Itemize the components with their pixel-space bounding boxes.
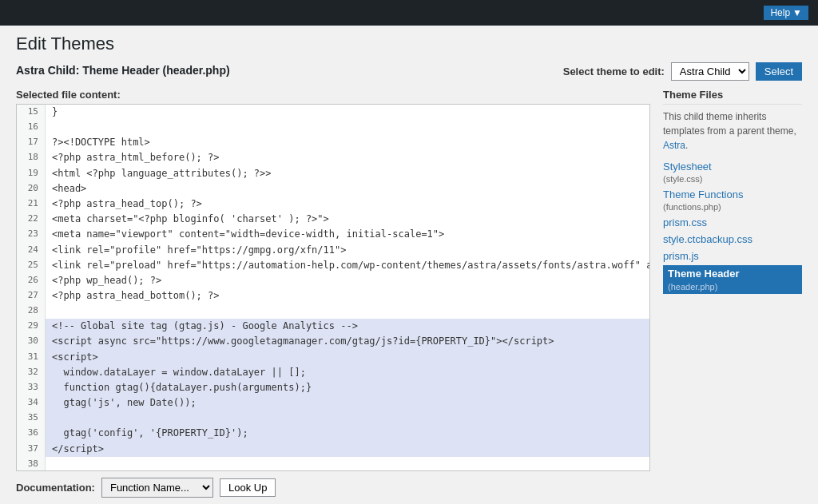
line-number: 24: [17, 243, 46, 258]
sidebar: Theme Files This child theme inherits te…: [650, 89, 802, 504]
admin-bar: Help ▼: [0, 0, 818, 26]
code-line: 22<meta charset="<?php bloginfo( 'charse…: [17, 212, 649, 227]
line-content: gtag('config', '{PROPERTY_ID}');: [46, 426, 649, 441]
sidebar-file-link[interactable]: prism.css: [663, 215, 802, 230]
line-content: <?php astra_html_before(); ?>: [46, 150, 649, 165]
theme-select[interactable]: Astra Child Astra: [671, 62, 749, 81]
line-content: [46, 120, 649, 135]
line-number: 26: [17, 273, 46, 288]
lookup-button[interactable]: Look Up: [220, 478, 276, 497]
sidebar-title: Theme Files: [663, 89, 802, 105]
line-number: 19: [17, 166, 46, 181]
line-number: 35: [17, 411, 46, 426]
line-number: 28: [17, 304, 46, 319]
sidebar-file-item: prism.css: [663, 215, 802, 230]
line-content: <meta name="viewport" content="width=dev…: [46, 227, 649, 242]
line-number: 22: [17, 212, 46, 227]
main-layout: Selected file content: 15}1617?><!DOCTYP…: [16, 89, 802, 504]
line-number: 25: [17, 258, 46, 273]
line-content: function gtag(){dataLayer.push(arguments…: [46, 380, 649, 395]
code-editor[interactable]: 15}1617?><!DOCTYPE html>18<?php astra_ht…: [16, 104, 650, 471]
line-content: [46, 457, 649, 471]
code-line: 18<?php astra_html_before(); ?>: [17, 150, 649, 165]
line-number: 21: [17, 196, 46, 212]
selected-file-label: Selected file content:: [16, 89, 650, 101]
select-theme-row: Select theme to edit: Astra Child Astra …: [563, 62, 802, 81]
line-content: gtag('js', new Date());: [46, 395, 649, 411]
line-content: <!-- Global site tag (gtag.js) - Google …: [46, 319, 649, 334]
select-theme-button[interactable]: Select: [756, 62, 802, 81]
doc-label: Documentation:: [16, 482, 95, 494]
code-line: 38: [17, 457, 649, 471]
line-content: <link rel="preload" href="https://automa…: [46, 258, 650, 273]
code-line: 28: [17, 304, 649, 319]
help-label: Help: [770, 7, 790, 18]
main-wrap: Edit Themes Astra Child: Theme Header (h…: [0, 26, 818, 504]
line-number: 33: [17, 380, 46, 395]
line-content: [46, 304, 649, 319]
sidebar-files: Stylesheet(style.css)Theme Functions(fun…: [663, 159, 802, 294]
code-line: 27<?php astra_head_bottom(); ?>: [17, 288, 649, 304]
page-title: Edit Themes: [16, 34, 802, 54]
line-number: 29: [17, 319, 46, 334]
sidebar-file-item: Stylesheet(style.css): [663, 159, 802, 184]
code-line: 25<link rel="preload" href="https://auto…: [17, 258, 649, 273]
sidebar-file-item: Theme Header(header.php): [663, 265, 802, 294]
line-number: 27: [17, 288, 46, 304]
code-line: 17?><!DOCTYPE html>: [17, 135, 649, 150]
code-line: 30<script async src="https://www.googlet…: [17, 334, 649, 349]
line-number: 36: [17, 426, 46, 441]
line-content: [46, 411, 649, 426]
line-number: 20: [17, 181, 46, 196]
code-line: 20<head>: [17, 181, 649, 196]
line-number: 23: [17, 227, 46, 242]
code-line: 32 window.dataLayer = window.dataLayer |…: [17, 365, 649, 380]
line-content: <meta charset="<?php bloginfo( 'charset'…: [46, 212, 649, 227]
line-content: }: [46, 105, 649, 120]
line-content: <script async src="https://www.googletag…: [46, 334, 649, 349]
line-number: 30: [17, 334, 46, 349]
sidebar-active-file-sub: (header.php): [663, 282, 802, 294]
sidebar-file-link[interactable]: prism.js: [663, 248, 802, 264]
line-content: <?php astra_head_top(); ?>: [46, 196, 649, 212]
line-number: 31: [17, 350, 46, 365]
line-number: 17: [17, 135, 46, 150]
code-line: 23<meta name="viewport" content="width=d…: [17, 227, 649, 242]
function-select[interactable]: Function Name...: [101, 478, 213, 498]
sidebar-file-item: style.ctcbackup.css: [663, 232, 802, 247]
code-line: 31<script>: [17, 350, 649, 365]
line-number: 34: [17, 395, 46, 411]
astra-link[interactable]: Astra: [663, 140, 685, 151]
code-line: 36 gtag('config', '{PROPERTY_ID}');: [17, 426, 649, 441]
select-theme-label: Select theme to edit:: [563, 65, 665, 77]
sidebar-active-file-label[interactable]: Theme Header: [663, 265, 802, 282]
help-arrow: ▼: [792, 7, 802, 18]
line-number: 16: [17, 120, 46, 135]
sidebar-desc: This child theme inherits templates from…: [663, 109, 802, 153]
editor-section: Selected file content: 15}1617?><!DOCTYP…: [16, 89, 650, 504]
line-number: 37: [17, 442, 46, 457]
code-line: 33 function gtag(){dataLayer.push(argume…: [17, 380, 649, 395]
help-button[interactable]: Help ▼: [764, 6, 808, 20]
sidebar-file-link[interactable]: Stylesheet: [663, 159, 802, 174]
code-line: 15}: [17, 105, 649, 120]
line-content: </script>: [46, 442, 649, 457]
line-number: 32: [17, 365, 46, 380]
line-number: 15: [17, 105, 46, 120]
line-content: <html <?php language_attributes(); ?>>: [46, 166, 649, 181]
file-title: Astra Child: Theme Header (header.php): [16, 64, 230, 77]
sidebar-file-sub: (functions.php): [663, 202, 802, 212]
line-content: window.dataLayer = window.dataLayer || […: [46, 365, 649, 380]
line-content: <?php wp_head(); ?>: [46, 273, 649, 288]
sidebar-file-link[interactable]: Theme Functions: [663, 187, 802, 202]
code-line: 21<?php astra_head_top(); ?>: [17, 196, 649, 212]
line-content: <head>: [46, 181, 649, 196]
code-line: 34 gtag('js', new Date());: [17, 395, 649, 411]
code-line: 26<?php wp_head(); ?>: [17, 273, 649, 288]
sidebar-file-link[interactable]: style.ctcbackup.css: [663, 232, 802, 247]
line-content: <?php astra_head_bottom(); ?>: [46, 288, 649, 304]
line-content: <link rel="profile" href="https://gmpg.o…: [46, 243, 649, 258]
code-line: 37</script>: [17, 442, 649, 457]
code-line: 29<!-- Global site tag (gtag.js) - Googl…: [17, 319, 649, 334]
line-content: ?><!DOCTYPE html>: [46, 135, 649, 150]
